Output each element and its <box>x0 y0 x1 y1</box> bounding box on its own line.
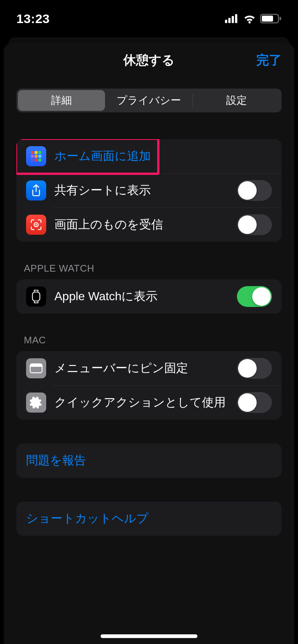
pin-menubar-toggle[interactable] <box>237 358 272 379</box>
cellular-icon <box>225 14 239 23</box>
add-to-home-label: ホーム画面に追加 <box>54 148 272 164</box>
pin-menubar-row[interactable]: メニューバーにピン固定 <box>16 351 282 385</box>
share-sheet-label: 共有シートに表示 <box>54 182 237 199</box>
svg-rect-16 <box>38 158 41 161</box>
apple-watch-group: Apple Watchに表示 <box>16 279 282 314</box>
battery-icon <box>260 14 282 23</box>
apple-watch-label: Apple Watchに表示 <box>54 288 237 305</box>
status-icons <box>225 14 282 23</box>
receive-onscreen-toggle[interactable] <box>237 214 272 235</box>
svg-point-4 <box>248 21 251 23</box>
sheet: 休憩する 完了 詳細 プライバシー 設定 ホーム画面に追加 <box>4 43 294 644</box>
quick-action-label: クイックアクションとして使用 <box>54 394 237 411</box>
share-sheet-row[interactable]: 共有シートに表示 <box>16 173 282 208</box>
shortcut-help-row[interactable]: ショートカットヘルプ <box>16 502 282 536</box>
svg-rect-7 <box>280 17 281 20</box>
report-issue-label: 問題を報告 <box>26 452 272 469</box>
details-group: ホーム画面に追加 共有シートに表示 画面上のものを受信 <box>16 139 282 242</box>
tab-privacy[interactable]: プライバシー <box>105 90 192 111</box>
shortcut-help-label: ショートカットヘルプ <box>26 510 272 527</box>
svg-rect-12 <box>35 155 38 158</box>
svg-rect-1 <box>228 18 231 23</box>
svg-point-18 <box>35 224 37 225</box>
tab-details[interactable]: 詳細 <box>18 90 105 111</box>
svg-rect-13 <box>38 155 41 158</box>
svg-rect-19 <box>32 292 40 301</box>
apple-watch-toggle[interactable] <box>237 286 272 307</box>
capture-icon <box>26 215 46 235</box>
wifi-icon <box>243 14 256 23</box>
receive-onscreen-row[interactable]: 画面上のものを受信 <box>16 208 282 242</box>
svg-rect-15 <box>35 158 38 161</box>
svg-rect-22 <box>30 366 42 367</box>
segmented-control[interactable]: 詳細 プライバシー 設定 <box>16 89 282 112</box>
mac-header: MAC <box>24 334 282 346</box>
svg-rect-11 <box>31 155 34 158</box>
apple-watch-row[interactable]: Apple Watchに表示 <box>16 279 282 314</box>
sheet-header: 休憩する 完了 <box>4 43 294 77</box>
status-bar: 13:23 <box>0 0 298 37</box>
home-screen-icon <box>26 146 46 166</box>
svg-rect-0 <box>225 20 227 23</box>
svg-rect-10 <box>38 151 41 154</box>
svg-rect-8 <box>31 151 34 154</box>
svg-rect-14 <box>31 158 34 161</box>
sheet-title: 休憩する <box>123 52 175 69</box>
menubar-icon <box>26 358 46 378</box>
pin-menubar-label: メニューバーにピン固定 <box>54 360 237 377</box>
done-button[interactable]: 完了 <box>256 52 282 69</box>
mac-group: メニューバーにピン固定 クイックアクションとして使用 <box>16 351 282 420</box>
status-time: 13:23 <box>16 12 50 26</box>
gear-icon <box>26 393 46 413</box>
quick-action-toggle[interactable] <box>237 392 272 413</box>
apple-watch-icon <box>26 286 46 307</box>
share-icon <box>26 180 46 201</box>
add-to-home-row[interactable]: ホーム画面に追加 <box>16 139 282 173</box>
share-sheet-toggle[interactable] <box>237 180 272 201</box>
receive-onscreen-label: 画面上のものを受信 <box>54 217 237 233</box>
svg-rect-9 <box>35 151 38 154</box>
home-indicator[interactable] <box>101 634 197 638</box>
svg-rect-3 <box>235 14 237 23</box>
report-issue-row[interactable]: 問題を報告 <box>16 443 282 478</box>
tab-settings[interactable]: 設定 <box>193 90 280 111</box>
apple-watch-header: APPLE WATCH <box>24 263 282 274</box>
svg-rect-2 <box>232 16 234 23</box>
svg-rect-6 <box>262 16 273 22</box>
quick-action-row[interactable]: クイックアクションとして使用 <box>16 385 282 420</box>
